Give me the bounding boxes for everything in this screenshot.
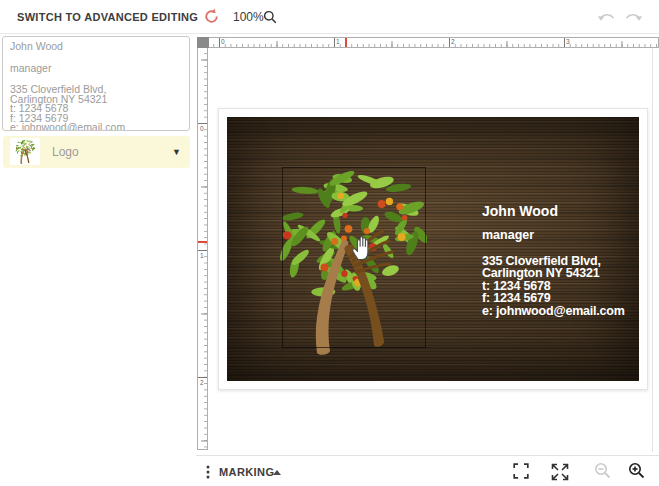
marking-toggle[interactable]: MARKING xyxy=(219,456,274,486)
ruler-number: 1 xyxy=(200,252,204,260)
ruler-number: 2 xyxy=(451,38,455,46)
bottom-toolbar: MARKING xyxy=(196,455,659,486)
contact-name: John Wood xyxy=(10,41,182,51)
caret-up-icon[interactable] xyxy=(273,470,281,475)
card-address-line: Carlington NY 54321 xyxy=(482,267,625,279)
ruler-number: 1 xyxy=(336,38,340,46)
canvas-right-edge xyxy=(652,48,653,452)
card-wood-background: John Wood manager 335 Cloverfield Blvd, … xyxy=(227,117,639,381)
magnifier-icon[interactable] xyxy=(263,10,277,24)
horizontal-ruler: 0 1 2 3 xyxy=(197,37,659,48)
zoom-out-icon xyxy=(594,462,613,481)
redo-icon[interactable] xyxy=(624,9,643,24)
chevron-down-icon[interactable]: ▼ xyxy=(172,136,181,168)
contact-title: manager xyxy=(10,63,182,73)
business-card-preview[interactable]: John Wood manager 335 Cloverfield Blvd, … xyxy=(218,108,648,390)
contact-address-line: e: johnwood@email.com xyxy=(10,123,182,131)
logo-dropdown[interactable]: Logo ▼ xyxy=(3,136,190,168)
card-address: 335 Cloverfield Blvd, Carlington NY 5432… xyxy=(482,255,625,317)
card-name: John Wood xyxy=(482,203,558,219)
ruler-number: 3 xyxy=(566,38,570,46)
expand-icon[interactable] xyxy=(550,462,569,481)
business-card-editor: SWITCH TO ADVANCED EDITING 100% xyxy=(0,0,659,486)
zoom-in-icon[interactable] xyxy=(628,462,647,481)
ruler-number: 0 xyxy=(200,125,204,133)
undo-icon[interactable] xyxy=(597,9,616,24)
card-title: manager xyxy=(482,228,534,242)
fullscreen-icon[interactable] xyxy=(512,462,531,481)
refresh-icon[interactable] xyxy=(203,8,220,25)
ruler-cursor-marker-vertical xyxy=(198,241,207,243)
contact-details-field[interactable]: John Wood manager 335 Cloverfield Blvd, … xyxy=(2,36,190,131)
kebab-icon[interactable] xyxy=(206,465,210,479)
ruler-number: 2 xyxy=(200,379,204,387)
switch-to-advanced-editing-button[interactable]: SWITCH TO ADVANCED EDITING xyxy=(17,0,198,33)
ruler-number: 0 xyxy=(221,38,225,46)
hand-cursor-icon xyxy=(351,235,373,261)
logo-dropdown-label: Logo xyxy=(52,136,79,168)
ruler-cursor-marker-horizontal xyxy=(345,38,347,47)
top-toolbar: SWITCH TO ADVANCED EDITING 100% xyxy=(0,0,659,34)
card-address-line: f: 1234 5679 xyxy=(482,292,625,304)
logo-thumbnail xyxy=(10,138,40,165)
card-address-line: e: johnwood@email.com xyxy=(482,305,625,317)
zoom-level-value: 100% xyxy=(233,0,264,33)
vertical-ruler: 0 1 2 xyxy=(197,48,208,450)
ruler-corner xyxy=(197,37,209,48)
